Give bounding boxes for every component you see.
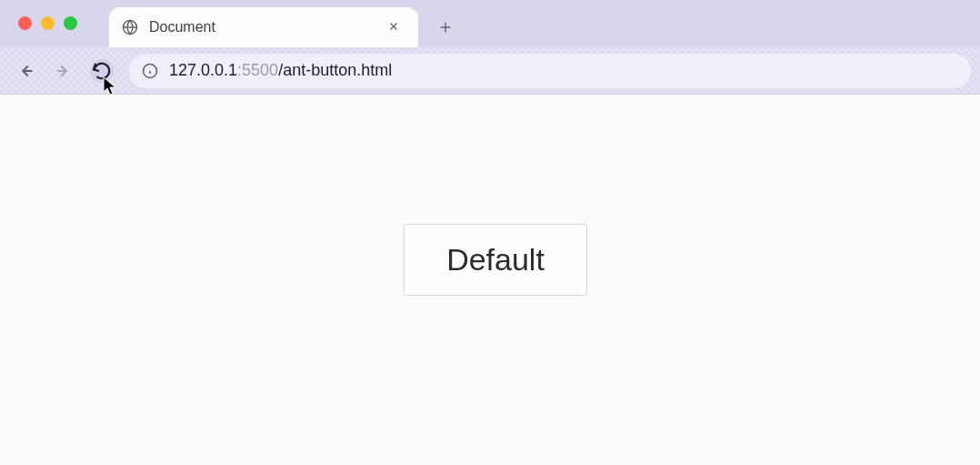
browser-tab[interactable]: Document [109,7,418,47]
window-maximize-button[interactable] [64,16,77,30]
window-controls [18,16,77,30]
url-port: :5500 [237,61,278,79]
globe-icon [122,19,138,35]
tab-bar: Document [0,0,980,47]
tab-close-button[interactable] [382,18,405,37]
reload-button[interactable] [85,55,118,87]
tab-title: Document [149,19,382,35]
url-path: /ant-button.html [278,61,392,79]
page-content: Default [0,95,980,465]
browser-toolbar: 127.0.0.1:5500/ant-button.html [0,47,980,95]
window-minimize-button[interactable] [41,16,55,30]
back-button[interactable] [9,55,42,87]
url-text: 127.0.0.1:5500/ant-button.html [169,61,392,80]
forward-button[interactable] [47,55,80,87]
default-button[interactable]: Default [404,224,587,296]
window-close-button[interactable] [18,16,32,30]
url-host: 127.0.0.1 [169,61,237,79]
info-icon[interactable] [142,63,158,79]
new-tab-button[interactable] [429,11,462,44]
address-bar[interactable]: 127.0.0.1:5500/ant-button.html [129,54,971,88]
